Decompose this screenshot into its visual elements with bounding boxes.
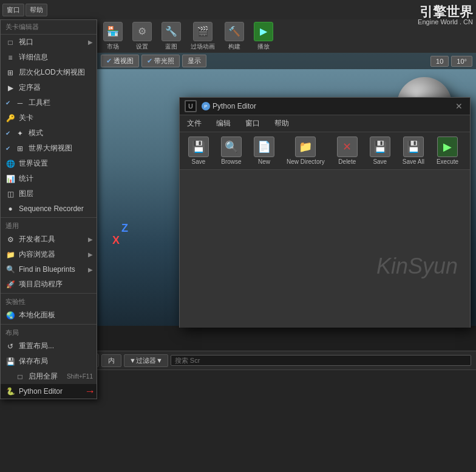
menu-item-find-blueprints[interactable]: 🔍 Find in Blueprints ▶: [1, 262, 97, 277]
level-label: 关卡: [19, 113, 33, 123]
python-menu-edit[interactable]: 编辑: [214, 118, 233, 129]
sequencer-icon: ▶: [5, 83, 15, 93]
build-label: 构建: [228, 42, 240, 51]
python-save-all-btn[interactable]: 💾 Save All: [398, 135, 429, 167]
zoom-level: 10: [436, 58, 443, 65]
toolbar-animation[interactable]: 🎬 过场动画: [187, 21, 219, 52]
menu-item-viewport[interactable]: □ 视口 ▶: [1, 35, 97, 50]
toolbar-play[interactable]: ▶ 播放: [250, 21, 277, 52]
python-new-dir-btn[interactable]: 📁 New Directory: [282, 135, 330, 167]
menu-item-python-editor[interactable]: 🐍 Python Editor →: [1, 384, 97, 399]
fullscreen-label: 启用全屏: [29, 371, 58, 382]
toolbar-settings[interactable]: ⚙ 设置: [129, 21, 155, 52]
python-execute-btn[interactable]: ▶ Execute: [432, 135, 463, 167]
divider-2: [1, 293, 97, 294]
perspective-btn[interactable]: ✔ 透视图: [101, 55, 139, 67]
search-input[interactable]: [171, 355, 471, 366]
stats-icon: 📊: [5, 174, 15, 184]
python-delete-label: Delete: [338, 158, 356, 165]
world-outline-label: 世界大纲视图: [29, 143, 72, 153]
python-new-dir-label: New Directory: [287, 158, 325, 165]
menu-item-project-launcher[interactable]: 🚀 项目启动程序: [1, 277, 97, 292]
python-menubar: 文件 编辑 窗口 帮助: [180, 115, 470, 132]
python-browse-icon: 🔍: [221, 137, 242, 157]
angle-value: 10°: [457, 58, 467, 65]
menu-item-sequence-recorder[interactable]: ● Sequence Recorder: [1, 201, 97, 216]
toolbar-blueprint[interactable]: 🔧 蓝图: [158, 21, 185, 52]
menu-item-details[interactable]: ≡ 详细信息: [1, 50, 97, 65]
reset-layout-icon: ↺: [5, 342, 15, 351]
lod-label: 层次化LOD大纲视图: [19, 67, 85, 78]
menu-help[interactable]: 帮助: [25, 4, 47, 16]
python-browse-label: Browse: [221, 158, 241, 165]
menu-item-dev-tools[interactable]: ⚙ 开发者工具 ▶: [1, 232, 97, 247]
toolbar-market[interactable]: 🏪 市场: [100, 21, 126, 52]
python-delete-icon: ✕: [337, 137, 358, 157]
python-menu-file[interactable]: 文件: [185, 118, 204, 129]
menu-item-toolbar[interactable]: ✔ ─ 工具栏: [1, 95, 97, 110]
menu-item-lod[interactable]: ⊞ 层次化LOD大纲视图: [1, 65, 97, 80]
filter-btn[interactable]: ▼过滤器▼: [124, 354, 168, 367]
python-editor-close[interactable]: ✕: [453, 101, 465, 111]
python-new-dir-icon: 📁: [295, 137, 316, 157]
toolbar-menu-label: 工具栏: [29, 98, 50, 108]
lighting-label: 带光照: [154, 56, 174, 66]
python-new-btn[interactable]: 📄 New: [249, 135, 279, 167]
menu-item-mode[interactable]: ✔ ✦ 模式: [1, 126, 97, 141]
section-layout: 布局: [1, 326, 97, 339]
menu-item-world-outline[interactable]: ✔ ⊞ 世界大纲视图: [1, 141, 97, 156]
python-content-area: KinSyun: [180, 170, 470, 328]
menu-item-fullscreen[interactable]: □ 启用全屏 Shift+F11: [1, 369, 97, 384]
python-editor-icon: 🐍: [5, 386, 15, 396]
angle-btn[interactable]: 10°: [451, 56, 472, 67]
window-dropdown-menu: 关卡编辑器 □ 视口 ▶ ≡ 详细信息 ⊞ 层次化LOD大纲视图 ▶ 定序器 ✔…: [0, 19, 97, 399]
python-save2-btn[interactable]: 💾 Save: [365, 135, 395, 167]
python-new-label: New: [258, 158, 270, 165]
menu-item-level[interactable]: 🔑 关卡: [1, 110, 97, 126]
python-menu-help[interactable]: 帮助: [272, 118, 291, 129]
lighting-check: ✔: [147, 57, 152, 65]
world-outline-icon: ⊞: [15, 144, 25, 153]
menu-item-layers[interactable]: ◫ 图层: [1, 186, 97, 201]
python-menu-window[interactable]: 窗口: [243, 118, 262, 129]
watermark-subtitle: Engine World . CN: [418, 18, 473, 25]
python-save2-label: Save: [373, 158, 387, 165]
inner-btn[interactable]: 内: [101, 354, 121, 367]
python-browse-btn[interactable]: 🔍 Browse: [216, 135, 246, 167]
level-icon: 🔑: [5, 113, 15, 123]
stats-label: 统计: [19, 174, 33, 184]
menu-item-reset-layout[interactable]: ↺ 重置布局...: [1, 339, 97, 354]
menu-window[interactable]: 窗口: [2, 4, 24, 16]
project-launcher-icon: 🚀: [5, 280, 15, 289]
axis-z-label: Z: [121, 222, 128, 235]
menu-item-localization[interactable]: 🌏 本地化面板: [1, 308, 97, 323]
find-bp-label: Find in Blueprints: [19, 265, 75, 274]
toolbar-build[interactable]: 🔨 构建: [221, 21, 248, 52]
save-layout-icon: 💾: [5, 357, 15, 366]
menu-item-sequencer[interactable]: ▶ 定序器: [1, 80, 97, 95]
python-delete-btn[interactable]: ✕ Delete: [332, 135, 362, 167]
menu-item-content-browser[interactable]: 📁 内容浏览器 ▶: [1, 247, 97, 262]
seq-recorder-icon: ●: [5, 204, 15, 214]
python-save-label: Save: [192, 158, 206, 165]
lod-icon: ⊞: [5, 68, 15, 78]
show-btn[interactable]: 显示: [182, 55, 206, 67]
menu-item-stats[interactable]: 📊 统计: [1, 171, 97, 186]
python-save2-icon: 💾: [370, 137, 390, 157]
layers-icon: ◫: [5, 189, 15, 199]
python-save-all-icon: 💾: [403, 137, 424, 157]
dev-tools-icon: ⚙: [5, 235, 15, 244]
find-bp-icon: 🔍: [5, 265, 15, 274]
menu-item-save-layout[interactable]: 💾 保存布局: [1, 354, 97, 369]
section-experimental: 实验性: [1, 295, 97, 308]
top-menu-bar: 窗口 帮助: [0, 0, 476, 19]
lighting-btn[interactable]: ✔ 带光照: [141, 55, 180, 67]
python-editor-menu-label: Python Editor: [19, 387, 63, 396]
divider-1: [1, 217, 97, 218]
zoom-btn[interactable]: 10: [430, 56, 449, 67]
python-editor-titlebar: U P Python Editor ✕: [180, 98, 470, 115]
axis-x-label: X: [112, 234, 120, 247]
python-save-btn[interactable]: 💾 Save: [183, 135, 214, 167]
menu-item-world-settings[interactable]: 🌐 世界设置: [1, 156, 97, 171]
toolbar-checkmark: ✔: [5, 99, 12, 106]
